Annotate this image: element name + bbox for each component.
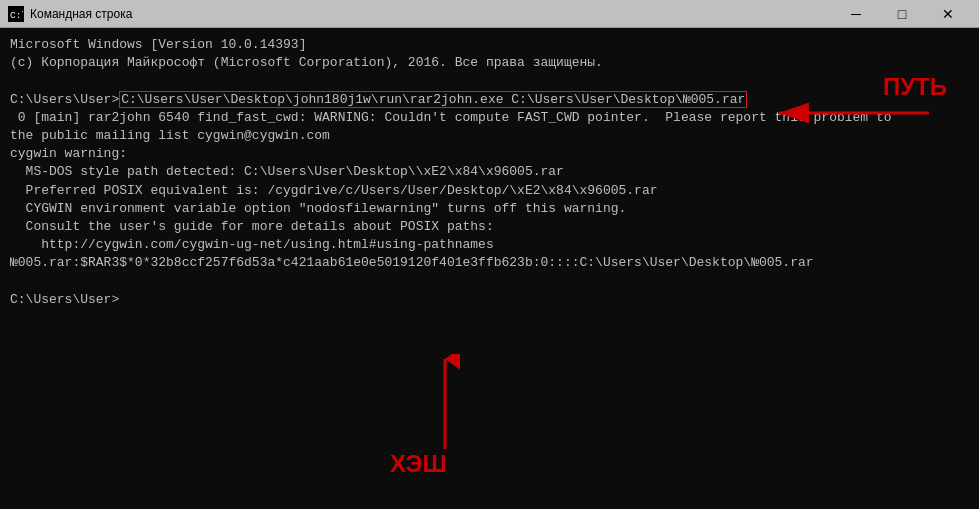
terminal-line-10: CYGWIN environment variable option "nodo… [10, 200, 969, 218]
titlebar: C:\ Командная строка ─ □ ✕ [0, 0, 979, 28]
terminal-prompt: C:\Users\User> [10, 291, 969, 309]
terminal-line-7: cygwin warning: [10, 145, 969, 163]
hash-annotation: ХЭШ [390, 447, 447, 481]
terminal-line-6: the public mailing list cygwin@cygwin.co… [10, 127, 969, 145]
window-controls: ─ □ ✕ [833, 0, 971, 28]
terminal-line-5: 0 [main] rar2john 6540 find_fast_cwd: WA… [10, 109, 969, 127]
terminal-line-4: C:\Users\User>C:\Users\User\Desktop\john… [10, 91, 969, 109]
terminal-line-8: MS-DOS style path detected: C:\Users\Use… [10, 163, 969, 181]
hash-value: $RAR3$*0*32b8ccf257f6d53a*c421aab61e0e50… [80, 255, 548, 270]
window-title: Командная строка [30, 7, 132, 21]
hash-arrow [430, 354, 460, 454]
maximize-button[interactable]: □ [879, 0, 925, 28]
terminal-line-2: (c) Корпорация Майкрософт (Microsoft Cor… [10, 54, 969, 72]
command-highlight: C:\Users\User\Desktop\john180j1w\run\rar… [119, 91, 747, 108]
minimize-button[interactable]: ─ [833, 0, 879, 28]
terminal-window: Microsoft Windows [Version 10.0.14393] (… [0, 28, 979, 509]
svg-text:C:\: C:\ [10, 10, 23, 21]
terminal-line-12: http://cygwin.com/cygwin-ug-net/using.ht… [10, 236, 969, 254]
terminal-hash-line: №005.rar:$RAR3$*0*32b8ccf257f6d53a*c421a… [10, 254, 969, 272]
titlebar-left: C:\ Командная строка [8, 6, 132, 22]
cmd-icon: C:\ [8, 6, 24, 22]
close-button[interactable]: ✕ [925, 0, 971, 28]
hash-suffix: ::::C:\Users\User\Desktop\№005.rar [548, 255, 813, 270]
terminal-line-9: Preferred POSIX equivalent is: /cygdrive… [10, 182, 969, 200]
terminal-line-11: Consult the user's guide for more detail… [10, 218, 969, 236]
terminal-line-1: Microsoft Windows [Version 10.0.14393] [10, 36, 969, 54]
